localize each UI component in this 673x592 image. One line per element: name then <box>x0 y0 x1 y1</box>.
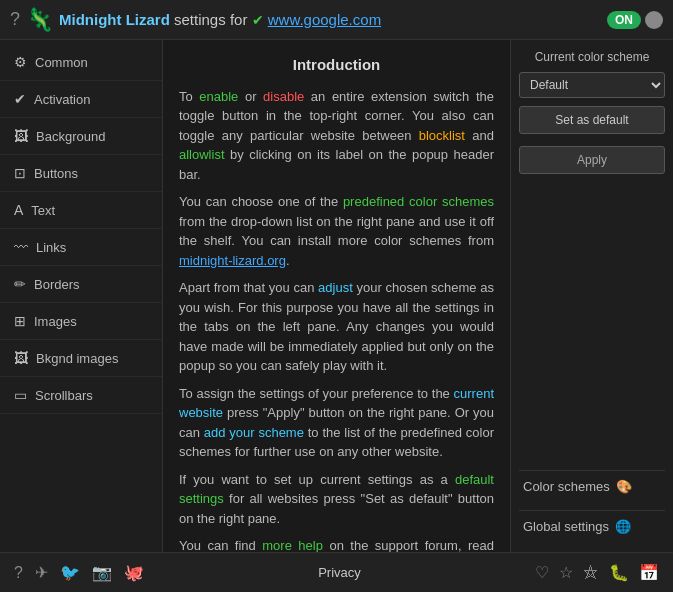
sidebar-label-images: Images <box>34 314 77 329</box>
heart-icon[interactable]: ♡ <box>535 563 549 582</box>
bkgnd-images-icon: 🖼 <box>14 350 28 366</box>
intro-p1: To enable or disable an entire extension… <box>179 87 494 185</box>
color-schemes-label: Color schemes <box>523 479 610 494</box>
set-default-button[interactable]: Set as default <box>519 106 665 134</box>
sidebar-label-background: Background <box>36 129 105 144</box>
sidebar-label-common: Common <box>35 55 88 70</box>
sidebar-item-images[interactable]: ⊞ Images <box>0 303 162 340</box>
sidebar-item-links[interactable]: 〰 Links <box>0 229 162 266</box>
background-icon: 🖼 <box>14 128 28 144</box>
site-link[interactable]: www.google.com <box>268 11 381 28</box>
sidebar-item-background[interactable]: 🖼 Background <box>0 118 162 155</box>
sidebar-label-bkgnd-images: Bkgnd images <box>36 351 118 366</box>
color-schemes-item[interactable]: Color schemes 🎨 <box>519 470 665 502</box>
logo-icon: 🦎 <box>26 7 53 33</box>
scrollbars-icon: ▭ <box>14 387 27 403</box>
calendar-icon[interactable]: 📅 <box>639 563 659 582</box>
sidebar-label-buttons: Buttons <box>34 166 78 181</box>
sidebar: ⚙ Common ✔ Activation 🖼 Background ⊡ But… <box>0 40 163 552</box>
bug-icon[interactable]: 🐛 <box>609 563 629 582</box>
header-title: Midnight Lizard settings for ✔ www.googl… <box>59 11 381 28</box>
star-icon[interactable]: ☆ <box>559 563 573 582</box>
sidebar-label-activation: Activation <box>34 92 90 107</box>
toggle-pill[interactable]: ON <box>607 11 641 29</box>
telegram-icon[interactable]: ✈ <box>35 563 48 582</box>
toggle-circle[interactable] <box>645 11 663 29</box>
images-icon: ⊞ <box>14 313 26 329</box>
spacer <box>519 182 665 462</box>
sidebar-item-bkgnd-images[interactable]: 🖼 Bkgnd images <box>0 340 162 377</box>
toggle-label: ON <box>615 13 633 27</box>
sidebar-item-scrollbars[interactable]: ▭ Scrollbars <box>0 377 162 414</box>
links-icon: 〰 <box>14 239 28 255</box>
sidebar-label-text: Text <box>31 203 55 218</box>
privacy-label[interactable]: Privacy <box>318 565 361 580</box>
header: ? 🦎 Midnight Lizard settings for ✔ www.g… <box>0 0 673 40</box>
global-settings-item[interactable]: Global settings 🌐 <box>519 510 665 542</box>
sidebar-item-common[interactable]: ⚙ Common <box>0 44 162 81</box>
footer-right-icons: ♡ ☆ ⛤ 🐛 📅 <box>535 563 659 582</box>
midnight-lizard-link[interactable]: midnight-lizard.org <box>179 253 286 268</box>
footer-social-icons: ? ✈ 🐦 📷 🐙 <box>14 563 144 582</box>
intro-p2: You can choose one of the predefined col… <box>179 192 494 270</box>
sidebar-label-scrollbars: Scrollbars <box>35 388 93 403</box>
sidebar-label-links: Links <box>36 240 66 255</box>
intro-p3: Apart from that you can adjust your chos… <box>179 278 494 376</box>
toggle-container: ON <box>607 11 663 29</box>
sidebar-item-buttons[interactable]: ⊡ Buttons <box>0 155 162 192</box>
check-circle-icon: ✔ <box>14 91 26 107</box>
right-pane: Current color scheme Default Set as defa… <box>510 40 673 552</box>
main-body: ⚙ Common ✔ Activation 🖼 Background ⊡ But… <box>0 40 673 552</box>
intro-p4: To assign the settings of your preferenc… <box>179 384 494 462</box>
sidebar-label-borders: Borders <box>34 277 80 292</box>
main-content: Introduction To enable or disable an ent… <box>163 40 510 552</box>
translate-icon[interactable]: ⛤ <box>583 564 599 582</box>
color-scheme-select[interactable]: Default <box>519 72 665 98</box>
title-mid: settings for <box>174 11 252 28</box>
sidebar-item-text[interactable]: A Text <box>0 192 162 229</box>
footer: ? ✈ 🐦 📷 🐙 Privacy ♡ ☆ ⛤ 🐛 📅 <box>0 552 673 592</box>
sidebar-item-borders[interactable]: ✏ Borders <box>0 266 162 303</box>
intro-p6: You can find more help on the support fo… <box>179 536 494 552</box>
github-icon[interactable]: 🐙 <box>124 563 144 582</box>
help-icon[interactable]: ? <box>10 9 20 30</box>
gear-icon: ⚙ <box>14 54 27 70</box>
text-icon: A <box>14 202 23 218</box>
content-title: Introduction <box>179 54 494 77</box>
question-icon[interactable]: ? <box>14 564 23 582</box>
borders-icon: ✏ <box>14 276 26 292</box>
twitter-icon[interactable]: 🐦 <box>60 563 80 582</box>
instagram-icon[interactable]: 📷 <box>92 563 112 582</box>
color-schemes-icon: 🎨 <box>616 479 632 494</box>
brand-name: Midnight Lizard <box>59 11 170 28</box>
intro-p5: If you want to set up current settings a… <box>179 470 494 529</box>
apply-button[interactable]: Apply <box>519 146 665 174</box>
scheme-label: Current color scheme <box>519 50 665 64</box>
globe-icon: 🌐 <box>615 519 631 534</box>
check-icon: ✔ <box>252 12 264 28</box>
global-settings-label: Global settings <box>523 519 609 534</box>
buttons-icon: ⊡ <box>14 165 26 181</box>
sidebar-item-activation[interactable]: ✔ Activation <box>0 81 162 118</box>
